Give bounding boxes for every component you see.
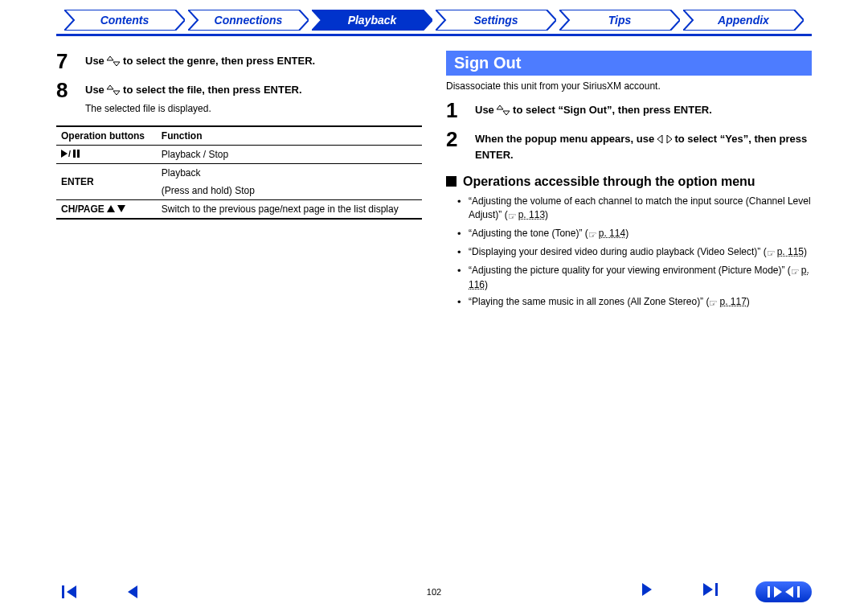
svg-marker-19 (667, 135, 672, 143)
tab-label: Connections (215, 14, 283, 27)
text: to select the file, then press ENTER. (123, 84, 302, 96)
text: “Displaying your desired video during au… (469, 246, 767, 257)
nav-next-icon[interactable] (633, 581, 662, 598)
nav-prev-icon[interactable] (117, 584, 146, 600)
svg-marker-21 (67, 585, 76, 598)
col-header: Function (157, 126, 422, 146)
tab-settings[interactable]: Settings (436, 10, 556, 31)
step-text: Use to select “Sign Out”, then press ENT… (475, 100, 712, 121)
cell: ENTER (56, 163, 157, 199)
svg-marker-8 (107, 85, 113, 89)
step-number: 8 (56, 80, 76, 116)
footer-nav-left (56, 584, 146, 600)
svg-marker-14 (107, 205, 115, 212)
tab-label: Contents (100, 14, 149, 27)
step-text: Use to select the file, then press ENTER… (85, 80, 302, 116)
text: Use (85, 55, 107, 67)
pointer-icon: ☞ (588, 228, 597, 242)
text: Use (85, 84, 107, 96)
step-7: 7 Use to select the genre, then press EN… (56, 51, 422, 72)
nav-index-button[interactable] (755, 581, 812, 602)
svg-marker-15 (117, 205, 125, 212)
svg-marker-16 (497, 105, 503, 109)
step-1: 1 Use to select “Sign Out”, then press E… (446, 100, 812, 121)
list-item: “Adjusting the volume of each channel to… (469, 195, 812, 224)
pointer-icon: ☞ (791, 265, 800, 279)
page-up-icon (107, 203, 115, 215)
nav-first-icon[interactable] (56, 584, 85, 600)
text: to select “Sign Out”, then press ENTER. (513, 104, 712, 116)
step-note: The selected file is displayed. (85, 102, 302, 116)
page-link[interactable]: p. 114 (599, 228, 625, 239)
page-link[interactable]: p. 117 (719, 296, 746, 307)
tab-appendix[interactable]: Appendix (683, 10, 804, 31)
nav-last-icon[interactable] (694, 581, 723, 598)
page-link[interactable]: p. 115 (777, 246, 804, 257)
svg-marker-24 (703, 583, 713, 596)
step-8: 8 Use to select the file, then press ENT… (56, 80, 422, 116)
svg-rect-26 (768, 586, 770, 598)
cell: CH/PAGE (56, 199, 157, 219)
subsection-title: Operations accessible through the option… (463, 174, 755, 190)
text: Use (475, 104, 497, 116)
top-tabs: Contents Connections Playback Settings T… (0, 0, 868, 34)
header-rule (56, 34, 812, 36)
text: ) (485, 279, 488, 290)
svg-marker-28 (785, 586, 793, 598)
tab-label: Appendix (718, 14, 769, 27)
section-title: Sign Out (446, 51, 812, 76)
section-desc: Disassociate this unit from your SiriusX… (446, 80, 812, 92)
svg-rect-20 (62, 585, 64, 598)
tab-playback[interactable]: Playback (312, 10, 432, 31)
subsection-heading: Operations accessible through the option… (446, 174, 812, 190)
svg-marker-22 (128, 585, 137, 598)
page-number: 102 (427, 587, 441, 597)
leftright-icon (657, 133, 672, 148)
step-text: When the popup menu appears, use to sele… (475, 129, 812, 162)
list-item: “Adjusting the tone (Tone)” (☞p. 114) (469, 227, 812, 242)
svg-rect-12 (73, 150, 76, 158)
cell: Switch to the previous page/next page in… (157, 199, 422, 219)
right-column: Sign Out Disassociate this unit from you… (446, 51, 812, 314)
updown-icon (107, 84, 120, 99)
text: “Adjusting the picture quality for your … (469, 265, 791, 276)
svg-marker-10 (61, 150, 68, 158)
content-columns: 7 Use to select the genre, then press EN… (0, 51, 868, 314)
text: ) (545, 209, 548, 220)
svg-marker-18 (657, 135, 662, 143)
tab-tips[interactable]: Tips (559, 10, 680, 31)
table-row: / Playback / Stop (56, 145, 422, 163)
svg-marker-6 (107, 56, 113, 60)
step-text: Use to select the genre, then press ENTE… (85, 51, 315, 72)
tab-contents[interactable]: Contents (64, 10, 185, 31)
operation-table: Operation buttons Function / Playback / … (56, 125, 422, 220)
svg-marker-23 (642, 583, 652, 596)
list-item: “Playing the same music in all zones (Al… (469, 295, 812, 310)
tab-connections[interactable]: Connections (188, 10, 309, 31)
text: “Adjusting the tone (Tone)” ( (469, 228, 588, 239)
pointer-icon: ☞ (508, 210, 517, 224)
col-header: Operation buttons (56, 126, 157, 146)
page-link[interactable]: p. 113 (518, 209, 545, 220)
play-pause-icon: / (56, 145, 157, 163)
tab-label: Playback (348, 14, 397, 27)
square-bullet-icon (446, 176, 457, 187)
cell: Playback (157, 163, 422, 182)
footer: 102 (0, 581, 868, 602)
table-header-row: Operation buttons Function (56, 126, 422, 146)
text: ) (804, 246, 807, 257)
svg-rect-29 (797, 586, 800, 598)
text: to select the genre, then press ENTER. (123, 55, 315, 67)
svg-rect-13 (77, 150, 80, 158)
updown-icon (497, 105, 510, 119)
list-item: “Adjusting the picture quality for your … (469, 264, 812, 293)
svg-marker-9 (113, 91, 120, 95)
svg-text:/: / (68, 150, 71, 158)
footer-nav-right (633, 581, 812, 602)
text: CH/PAGE (61, 203, 107, 215)
pointer-icon: ☞ (767, 247, 776, 261)
table-row: CH/PAGE Switch to the previous page/next… (56, 199, 422, 219)
page-down-icon (117, 203, 125, 215)
svg-marker-27 (774, 586, 782, 598)
list-item: “Displaying your desired video during au… (469, 245, 812, 261)
